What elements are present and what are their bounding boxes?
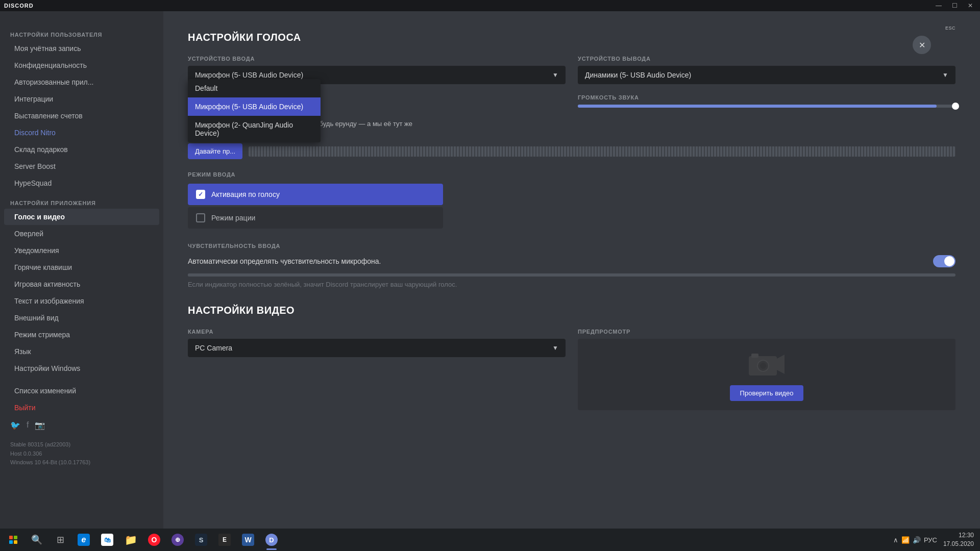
sidebar-item-privacy[interactable]: Конфиденциальность <box>4 57 159 73</box>
volume-label: ГРОМКОСТЬ ЗВУКА <box>578 94 955 101</box>
app1-icon: ⊕ <box>172 534 184 546</box>
input-mode-label: РЕЖИМ ВВОДА <box>188 171 955 178</box>
taskbar-clock[interactable]: 12:30 17.05.2020 <box>943 531 974 548</box>
close-settings-button[interactable]: ✕ <box>913 36 931 54</box>
sidebar-item-integrations[interactable]: Интеграции <box>4 91 159 107</box>
dropdown-item-mic2quanjing[interactable]: Микрофон (2- QuanJing Audio Device) <box>188 116 321 142</box>
input-mode-section: РЕЖИМ ВВОДА Активация по голосу Режим ра… <box>188 171 955 229</box>
network-icon: 📶 <box>901 536 910 544</box>
voice-activation-checkbox[interactable] <box>196 190 205 199</box>
twitter-icon[interactable]: 🐦 <box>10 420 20 430</box>
taskbar-app-edge[interactable]: e <box>72 529 95 551</box>
video-row: КАМЕРА PC Camera ▼ ПРЕДПРОСМОТР <box>188 329 955 410</box>
close-area: ✕ ESC <box>945 23 955 31</box>
sidebar-item-discord-nitro[interactable]: Discord Nitro <box>4 124 159 141</box>
sidebar: НАСТРОЙКИ ПОЛЬЗОВАТЕЛЯ Моя учётная запис… <box>0 11 163 529</box>
word-icon: W <box>242 534 254 546</box>
input-device-chevron: ▼ <box>552 71 558 79</box>
taskbar-app-word[interactable]: W <box>237 529 259 551</box>
volume-slider[interactable] <box>578 105 955 108</box>
sidebar-item-notifications[interactable]: Уведомления <box>4 242 159 259</box>
video-section-title: НАСТРОЙКИ ВИДЕО <box>188 305 955 316</box>
sidebar-item-changelog[interactable]: Список изменений <box>4 383 159 399</box>
input-device-dropdown[interactable]: Default Микрофон (5- USB Audio Device) М… <box>188 79 321 142</box>
minimize-button[interactable]: — <box>933 2 945 9</box>
output-device-value: Динамики (5- USB Audio Device) <box>585 71 691 79</box>
volume-thumb <box>952 103 959 110</box>
camera-col: КАМЕРА PC Camera ▼ <box>188 329 566 410</box>
taskbar-app-epic[interactable]: E <box>213 529 236 551</box>
output-device-select[interactable]: Динамики (5- USB Audio Device) ▼ <box>578 66 955 84</box>
output-device-label: УСТРОЙСТВО ВЫВОДА <box>578 56 955 62</box>
sidebar-item-hypesquad[interactable]: HypeSquad <box>4 175 159 191</box>
camera-select[interactable]: PC Camera ▼ <box>188 339 566 357</box>
sidebar-item-hotkeys[interactable]: Горячие клавиши <box>4 259 159 276</box>
taskbar-app-steam[interactable]: S <box>190 529 212 551</box>
taskbar: 🔍 ⊞ e 🛍 📁 O ⊕ S E W D <box>0 529 980 551</box>
facebook-icon[interactable]: f <box>27 420 29 430</box>
sidebar-social: 🐦 f 📷 <box>0 416 163 432</box>
titlebar: DISCORD — ☐ ✕ <box>0 0 980 11</box>
sidebar-item-overlay[interactable]: Оверлей <box>4 226 159 242</box>
walkie-talkie-option[interactable]: Режим рации <box>188 207 443 229</box>
output-device-col: УСТРОЙСТВО ВЫВОДА Динамики (5- USB Audio… <box>578 56 955 108</box>
test-mic-row: Давайте пр... <box>188 143 955 159</box>
camera-label: КАМЕРА <box>188 329 566 335</box>
taskbar-app-explorer[interactable]: 📁 <box>119 529 142 551</box>
taskbar-app-store[interactable]: 🛍 <box>96 529 118 551</box>
titlebar-logo: DISCORD <box>4 3 34 9</box>
input-device-value: Микрофон (5- USB Audio Device) <box>195 71 303 79</box>
voice-activation-option[interactable]: Активация по голосу <box>188 184 443 205</box>
sidebar-item-windows-settings[interactable]: Настройки Windows <box>4 360 159 377</box>
sidebar-item-my-account[interactable]: Моя учётная запись <box>4 40 159 57</box>
sidebar-item-billing[interactable]: Выставление счетов <box>4 108 159 124</box>
test-mic-button[interactable]: Давайте пр... <box>188 143 242 159</box>
auto-sensitivity-toggle[interactable] <box>933 255 955 267</box>
taskbar-app-opera[interactable]: O <box>143 529 165 551</box>
auto-sensitivity-row: Автоматически определять чувствительност… <box>188 255 955 267</box>
steam-icon: S <box>195 534 207 546</box>
auto-sensitivity-text: Автоматически определять чувствительност… <box>188 257 381 265</box>
opera-icon: O <box>148 534 160 546</box>
settings-content: ✕ ESC НАСТРОЙКИ ГОЛОСА УСТРОЙСТВО ВВОДА … <box>163 11 980 529</box>
sidebar-item-logout[interactable]: Выйти <box>4 399 159 416</box>
sidebar-item-game-activity[interactable]: Игровая активность <box>4 276 159 292</box>
sensitivity-section: ЧУВСТВИТЕЛЬНОСТЬ ВВОДА Автоматически опр… <box>188 243 955 288</box>
input-device-col: УСТРОЙСТВО ВВОДА Микрофон (5- USB Audio … <box>188 56 566 108</box>
sidebar-item-streamer-mode[interactable]: Режим стримера <box>4 327 159 343</box>
edge-icon: e <box>78 534 90 546</box>
host-info: Host 0.0.306 <box>10 449 153 459</box>
check-video-button[interactable]: Проверить видео <box>730 385 804 401</box>
walkie-talkie-checkbox[interactable] <box>196 213 205 222</box>
start-button[interactable] <box>2 529 24 551</box>
dropdown-item-default[interactable]: Default <box>188 79 321 97</box>
taskbar-app-unknown1[interactable]: ⊕ <box>166 529 189 551</box>
expand-icon[interactable]: ∧ <box>893 536 898 544</box>
maximize-button[interactable]: ☐ <box>949 2 961 9</box>
app: НАСТРОЙКИ ПОЛЬЗОВАТЕЛЯ Моя учётная запис… <box>0 11 980 529</box>
search-button[interactable]: 🔍 <box>26 529 48 551</box>
sidebar-item-authorized-apps[interactable]: Авторизованные прил... <box>4 74 159 90</box>
sidebar-item-gift-inventory[interactable]: Склад подарков <box>4 141 159 158</box>
camera-chevron: ▼ <box>552 344 558 352</box>
sidebar-item-voice-video[interactable]: Голос и видео <box>4 209 159 225</box>
instagram-icon[interactable]: 📷 <box>35 420 45 430</box>
sensitivity-slider[interactable] <box>188 273 955 277</box>
device-row: УСТРОЙСТВО ВВОДА Микрофон (5- USB Audio … <box>188 56 955 108</box>
camera-value: PC Camera <box>195 344 232 352</box>
volume-fill <box>578 105 937 108</box>
sidebar-item-text-images[interactable]: Текст и изображения <box>4 293 159 309</box>
video-preview-col: ПРЕДПРОСМОТР Проверить видео <box>578 329 955 410</box>
taskbar-left: 🔍 ⊞ e 🛍 📁 O ⊕ S E W D <box>0 529 285 551</box>
sidebar-item-appearance[interactable]: Внешний вид <box>4 310 159 326</box>
dropdown-item-mic5usb[interactable]: Микрофон (5- USB Audio Device) <box>188 97 321 116</box>
sidebar-item-language[interactable]: Язык <box>4 343 159 360</box>
mic-level-bar <box>249 146 955 157</box>
store-icon: 🛍 <box>101 534 113 546</box>
close-window-button[interactable]: ✕ <box>965 2 976 9</box>
task-view-button[interactable]: ⊞ <box>49 529 71 551</box>
taskbar-app-discord[interactable]: D <box>260 529 283 551</box>
windows-icon <box>9 536 17 544</box>
sidebar-item-server-boost[interactable]: Server Boost <box>4 158 159 174</box>
camera-preview-icon <box>746 348 787 379</box>
